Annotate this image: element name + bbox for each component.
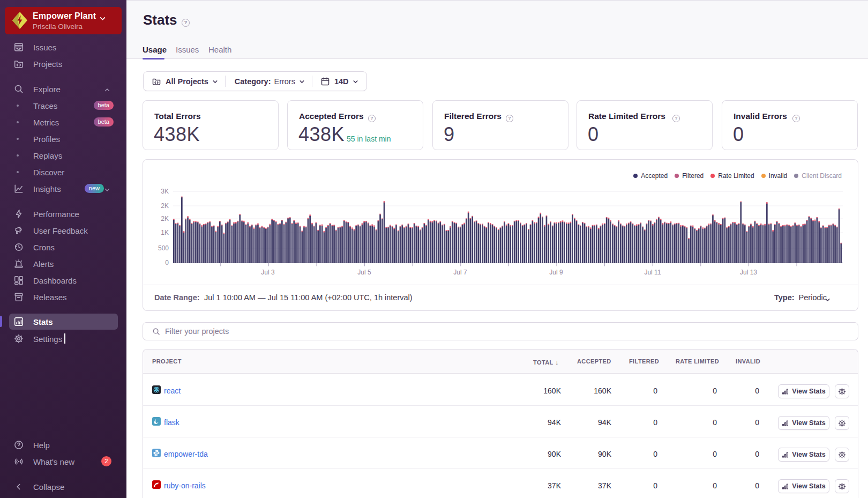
svg-text:Jul 3: Jul 3 — [261, 269, 275, 276]
svg-text:2K: 2K — [161, 202, 169, 210]
svg-text:Jul 11: Jul 11 — [644, 269, 661, 276]
svg-text:0: 0 — [165, 259, 169, 266]
svg-text:Jul 7: Jul 7 — [453, 269, 467, 276]
svg-text:Jul 5: Jul 5 — [357, 269, 371, 276]
svg-text:2K: 2K — [161, 215, 169, 222]
svg-text:Jul 9: Jul 9 — [549, 269, 563, 276]
svg-text:1K: 1K — [161, 229, 169, 236]
svg-text:3K: 3K — [161, 188, 169, 195]
svg-text:500: 500 — [158, 244, 169, 252]
svg-text:Jul 13: Jul 13 — [740, 269, 757, 276]
